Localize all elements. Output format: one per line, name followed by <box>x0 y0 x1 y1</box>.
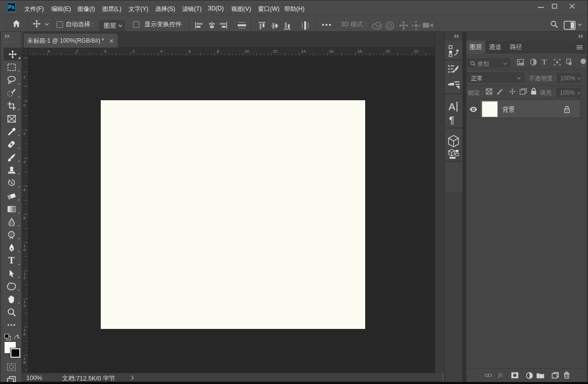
svg-text:A: A <box>449 101 456 112</box>
svg-text:¶: ¶ <box>449 115 455 126</box>
